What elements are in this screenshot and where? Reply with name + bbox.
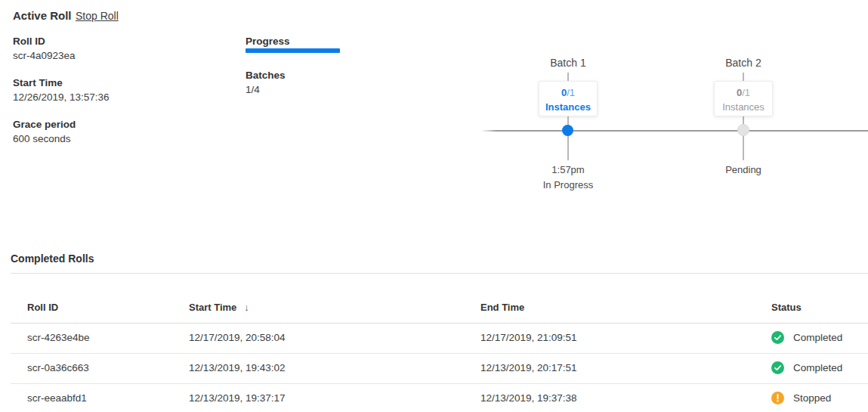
batches-label: Batches xyxy=(246,70,286,81)
start-time-cell: 12/13/2019, 19:43:02 xyxy=(189,353,286,383)
batch-time: 1:57pm xyxy=(523,164,613,175)
status-cell: Completed xyxy=(793,353,842,383)
roll-id-cell: scr-0a36c663 xyxy=(27,353,89,383)
status-completed-icon xyxy=(771,361,784,374)
progress-fill xyxy=(246,48,340,53)
batch-name: Batch 1 xyxy=(523,57,613,69)
column-header-roll-id[interactable]: Roll ID xyxy=(27,302,58,313)
end-time-cell: 12/17/2019, 21:09:51 xyxy=(480,323,577,353)
status-stopped-icon xyxy=(771,392,784,404)
roll-id-cell: scr-eeaabfd1 xyxy=(27,383,87,412)
table-row[interactable]: scr-0a36c663 12/13/2019, 19:43:02 12/13/… xyxy=(0,353,868,383)
batch-instances-card: 0/1 Instances xyxy=(714,81,773,116)
status-completed-icon xyxy=(771,331,784,344)
table-row[interactable]: scr-eeaabfd1 12/13/2019, 19:37:17 12/13/… xyxy=(0,383,868,412)
grace-period-label: Grace period xyxy=(13,119,76,130)
end-time-cell: 12/13/2019, 20:17:51 xyxy=(480,353,577,383)
instances-count: 0/1 xyxy=(715,85,772,100)
status-cell: Completed xyxy=(793,323,842,353)
start-time-cell: 12/17/2019, 20:58:04 xyxy=(189,323,286,353)
instances-count: 0/1 xyxy=(539,85,597,100)
roll-id-label: Roll ID xyxy=(13,36,45,47)
end-time-cell: 12/13/2019, 19:37:38 xyxy=(480,383,577,412)
column-header-start-time[interactable]: Start Time↓ xyxy=(189,302,249,313)
batch-milestone-dot xyxy=(562,125,573,136)
timeline-batch-2: Batch 2 0/1 Instances Pending xyxy=(698,57,789,193)
completed-rolls-title: Completed Rolls xyxy=(11,252,94,265)
column-header-end-time[interactable]: End Time xyxy=(480,302,524,313)
start-time-value: 12/26/2019, 13:57:36 xyxy=(13,91,110,103)
grace-period-value: 600 seconds xyxy=(13,133,71,144)
batch-milestone-dot xyxy=(737,124,749,136)
start-time-label: Start Time xyxy=(13,77,63,88)
batch-name: Batch 2 xyxy=(698,57,789,69)
progress-label: Progress xyxy=(246,36,290,47)
stop-roll-link[interactable]: Stop Roll xyxy=(76,10,119,22)
batch-time: Pending xyxy=(698,164,789,175)
timeline-batch-1: Batch 1 0/1 Instances 1:57pm In Progress xyxy=(523,57,613,193)
roll-id-cell: scr-4263e4be xyxy=(27,323,90,353)
active-roll-title: Active Roll xyxy=(13,9,72,22)
batches-value: 1/4 xyxy=(246,84,260,95)
status-cell: Stopped xyxy=(793,383,831,412)
batch-status: In Progress xyxy=(523,179,613,191)
roll-id-value: scr-4a0923ea xyxy=(13,50,76,61)
table-row[interactable]: scr-4263e4be 12/17/2019, 20:58:04 12/17/… xyxy=(0,323,868,353)
start-time-cell: 12/13/2019, 19:37:17 xyxy=(189,383,286,412)
instances-label: Instances xyxy=(539,100,597,114)
batch-instances-card[interactable]: 0/1 Instances xyxy=(539,81,598,116)
section-divider xyxy=(11,273,868,274)
progress-bar xyxy=(246,48,340,53)
instances-label: Instances xyxy=(715,100,772,114)
column-header-status[interactable]: Status xyxy=(771,302,802,313)
sort-descending-icon[interactable]: ↓ xyxy=(244,302,249,313)
